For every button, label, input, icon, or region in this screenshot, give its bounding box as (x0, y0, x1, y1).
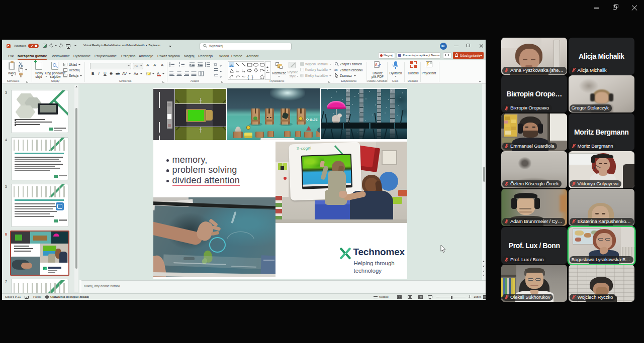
svg-text:A: A (230, 62, 233, 67)
svg-text:}: } (252, 74, 253, 79)
svg-text:{: { (248, 74, 249, 79)
